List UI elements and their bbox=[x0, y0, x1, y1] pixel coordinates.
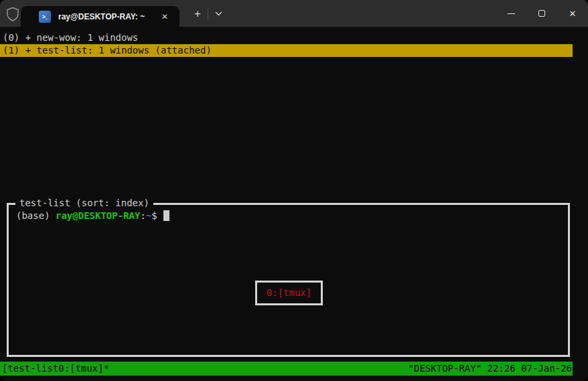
chevron-down-icon bbox=[215, 11, 222, 16]
maximize-button[interactable] bbox=[526, 0, 557, 27]
tmux-status-bar: [test-list0:[tmux]* "DESKTOP-RAY" 22:26 … bbox=[0, 362, 573, 376]
prompt-symbol: $ bbox=[151, 210, 157, 221]
minimize-button[interactable] bbox=[496, 0, 526, 27]
tab-close-icon[interactable]: ✕ bbox=[158, 10, 171, 23]
new-tab-button[interactable]: + bbox=[188, 5, 207, 22]
shield-icon bbox=[6, 7, 19, 21]
prompt-user-host: ray@DESKTOP-RAY bbox=[56, 210, 140, 221]
close-button[interactable]: ✕ bbox=[557, 0, 588, 27]
tmux-preview-pane: test-list (sort: index) (base) ray@DESKT… bbox=[7, 203, 570, 357]
text-cursor bbox=[163, 210, 169, 221]
tab-ray-desktop[interactable]: >_ ray@DESKTOP-RAY: ~ ✕ bbox=[21, 6, 179, 27]
preview-pane-title: test-list (sort: index) bbox=[15, 197, 153, 210]
titlebar-separator bbox=[208, 8, 208, 19]
terminal-content: (0) + new-wow: 1 windows (1) + test-list… bbox=[0, 27, 588, 381]
prompt-colon: : bbox=[140, 210, 145, 221]
maximize-icon bbox=[538, 10, 545, 17]
title-bar: >_ ray@DESKTOP-RAY: ~ ✕ + ✕ bbox=[0, 0, 588, 27]
status-left-session-window: [test-list0:[tmux]* bbox=[2, 362, 109, 375]
conda-env-prefix: (base) bbox=[16, 210, 56, 221]
tab-title: ray@DESKTOP-RAY: ~ bbox=[58, 12, 145, 21]
powershell-icon: >_ bbox=[39, 11, 51, 23]
tmux-session-item-0[interactable]: (0) + new-wow: 1 windows bbox=[0, 31, 573, 44]
status-right-host-time: "DESKTOP-RAY" 22:26 07-Jan-26 bbox=[409, 362, 572, 375]
terminal-window: >_ ray@DESKTOP-RAY: ~ ✕ + ✕ (0) + new-wo… bbox=[0, 0, 588, 381]
minimize-icon bbox=[508, 13, 515, 14]
tmux-window-layout-box: 0:[tmux] bbox=[255, 281, 323, 305]
shell-prompt: (base) ray@DESKTOP-RAY:~$ bbox=[16, 210, 169, 222]
tmux-session-item-1-selected[interactable]: (1) + test-list: 1 windows (attached) bbox=[0, 44, 573, 57]
tab-dropdown-button[interactable] bbox=[210, 5, 227, 22]
